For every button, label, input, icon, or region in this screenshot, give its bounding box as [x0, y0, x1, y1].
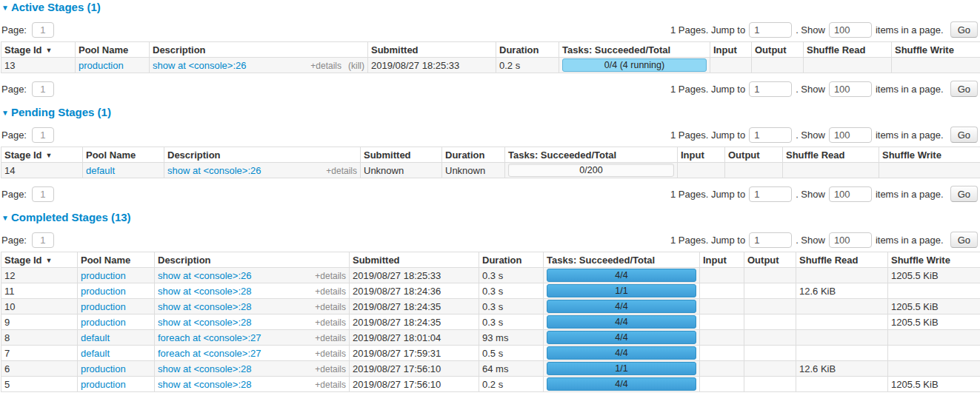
- input-cell: [700, 330, 744, 346]
- col-header-shuffle-write[interactable]: Shuffle Write: [879, 147, 980, 163]
- col-header-output[interactable]: Output: [725, 147, 783, 163]
- col-header-duration[interactable]: Duration: [442, 147, 505, 163]
- pool-name-link[interactable]: default: [81, 348, 110, 359]
- details-link[interactable]: +details: [315, 333, 346, 343]
- pool-name-link[interactable]: production: [81, 301, 126, 312]
- col-header-shuffle-read[interactable]: Shuffle Read: [783, 147, 879, 163]
- col-header-stage-id[interactable]: Stage Id▼: [1, 147, 83, 163]
- tasks-progress-label: 4/4: [615, 317, 627, 327]
- tasks-progress-label: 1/1: [615, 363, 627, 374]
- details-link[interactable]: +details: [315, 271, 346, 281]
- jump-to-page-input[interactable]: [749, 81, 792, 97]
- description-link[interactable]: show at <console>:28: [158, 317, 251, 328]
- page-number-input[interactable]: [32, 186, 54, 202]
- description-links: +details: [308, 379, 346, 390]
- show-items-input[interactable]: [829, 81, 872, 97]
- items-per-page-text: items in a page.: [876, 84, 944, 95]
- col-header-stage-id[interactable]: Stage Id▼: [1, 252, 78, 268]
- col-header-tasks-succeeded-total[interactable]: Tasks: Succeeded/Total: [544, 252, 700, 268]
- tasks-progress-cell: 0/200: [505, 163, 678, 178]
- col-header-output[interactable]: Output: [744, 252, 796, 268]
- col-header-description[interactable]: Description: [164, 147, 361, 163]
- show-items-input[interactable]: [829, 186, 872, 202]
- page-number-input[interactable]: [32, 127, 54, 143]
- pool-name-link[interactable]: production: [81, 379, 126, 390]
- col-header-pool-name[interactable]: Pool Name: [83, 147, 164, 163]
- go-button[interactable]: Go: [950, 81, 978, 97]
- description-link[interactable]: show at <console>:28: [158, 379, 251, 390]
- pending-stages-header[interactable]: ▼Pending Stages (1): [1, 106, 980, 119]
- col-header-tasks-succeeded-total[interactable]: Tasks: Succeeded/Total: [559, 42, 710, 58]
- submitted-cell: 2019/08/27 18:24:35: [350, 314, 479, 330]
- pool-name-link[interactable]: production: [81, 286, 126, 297]
- description-wrap: show at <console>:28+details: [158, 317, 346, 328]
- pool-name-link[interactable]: default: [81, 332, 110, 343]
- pagination-right: 1 Pages. Jump to . Show items in a page.…: [670, 232, 978, 248]
- col-header-input[interactable]: Input: [700, 252, 744, 268]
- description-link[interactable]: show at <console>:28: [158, 286, 251, 297]
- description-cell: show at <console>:26+details: [164, 163, 361, 178]
- go-button[interactable]: Go: [950, 127, 978, 143]
- jump-to-page-input[interactable]: [749, 127, 792, 143]
- completed-stages-header[interactable]: ▼Completed Stages (13): [1, 211, 980, 224]
- col-header-pool-name[interactable]: Pool Name: [76, 42, 150, 58]
- active-stages-header[interactable]: ▼Active Stages (1): [1, 1, 980, 14]
- details-link[interactable]: +details: [315, 302, 346, 312]
- pool-name-link[interactable]: production: [79, 60, 124, 71]
- page-number-input[interactable]: [32, 22, 54, 38]
- pagination-bar: Page: 1 Pages. Jump to . Show items in a…: [1, 127, 978, 143]
- col-header-description[interactable]: Description: [155, 252, 350, 268]
- col-header-shuffle-read[interactable]: Shuffle Read: [796, 252, 888, 268]
- col-header-input[interactable]: Input: [710, 42, 752, 58]
- page-number-input[interactable]: [32, 232, 54, 248]
- col-header-submitted[interactable]: Submitted: [361, 147, 442, 163]
- input-cell: [710, 58, 752, 73]
- details-link[interactable]: +details: [315, 349, 346, 359]
- active-stages-section: ▼Active Stages (1) Page: 1 Pages. Jump t…: [1, 1, 980, 97]
- col-header-tasks-succeeded-total[interactable]: Tasks: Succeeded/Total: [505, 147, 678, 163]
- go-button[interactable]: Go: [950, 186, 978, 202]
- show-text: . Show: [796, 189, 825, 200]
- duration-cell: 64 ms: [479, 361, 544, 377]
- col-header-submitted[interactable]: Submitted: [368, 42, 496, 58]
- details-link[interactable]: +details: [326, 166, 357, 176]
- jump-to-page-input[interactable]: [749, 22, 792, 38]
- details-link[interactable]: +details: [315, 380, 346, 390]
- col-header-shuffle-write[interactable]: Shuffle Write: [892, 42, 980, 58]
- description-link[interactable]: show at <console>:26: [158, 270, 251, 281]
- pool-name-link[interactable]: production: [81, 363, 126, 374]
- description-link[interactable]: show at <console>:26: [167, 165, 261, 176]
- go-button[interactable]: Go: [950, 232, 978, 248]
- pool-name-link[interactable]: production: [81, 317, 126, 328]
- col-header-input[interactable]: Input: [678, 147, 725, 163]
- show-items-input[interactable]: [829, 127, 872, 143]
- description-link[interactable]: show at <console>:28: [158, 301, 251, 312]
- details-link[interactable]: +details: [315, 364, 346, 374]
- show-items-input[interactable]: [829, 232, 872, 248]
- description-link[interactable]: foreach at <console>:27: [158, 348, 261, 359]
- pool-name-link[interactable]: production: [81, 270, 126, 281]
- details-link[interactable]: +details: [315, 286, 346, 297]
- page-number-input[interactable]: [32, 81, 54, 97]
- kill-link[interactable]: (kill): [348, 61, 364, 71]
- col-header-shuffle-write[interactable]: Shuffle Write: [888, 252, 980, 268]
- go-button[interactable]: Go: [950, 21, 978, 38]
- show-items-input[interactable]: [829, 22, 872, 38]
- details-link[interactable]: +details: [310, 61, 341, 71]
- col-header-duration[interactable]: Duration: [479, 252, 544, 268]
- description-link[interactable]: show at <console>:26: [153, 60, 246, 71]
- details-link[interactable]: +details: [315, 317, 346, 328]
- col-header-shuffle-read[interactable]: Shuffle Read: [804, 42, 892, 58]
- description-link[interactable]: show at <console>:28: [158, 363, 251, 374]
- col-header-duration[interactable]: Duration: [496, 42, 559, 58]
- col-header-submitted[interactable]: Submitted: [350, 252, 479, 268]
- col-header-stage-id[interactable]: Stage Id▼: [1, 42, 76, 58]
- jump-to-page-input[interactable]: [749, 232, 792, 248]
- col-header-description[interactable]: Description: [150, 42, 368, 58]
- col-header-output[interactable]: Output: [752, 42, 804, 58]
- tasks-progress-label: 1/1: [615, 286, 627, 296]
- pool-name-link[interactable]: default: [86, 165, 115, 176]
- description-link[interactable]: foreach at <console>:27: [158, 332, 261, 343]
- jump-to-page-input[interactable]: [749, 186, 792, 202]
- col-header-pool-name[interactable]: Pool Name: [78, 252, 155, 268]
